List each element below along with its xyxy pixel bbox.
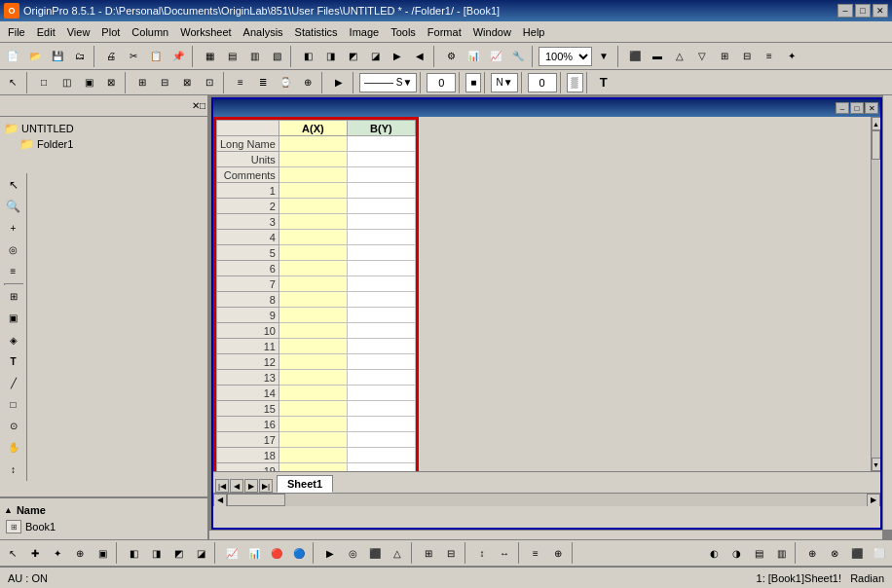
cell-a-3[interactable] [279, 214, 347, 230]
hscroll-track[interactable] [227, 494, 867, 506]
tb-btn-15[interactable]: ⬛ [624, 46, 646, 67]
fmt-b4[interactable]: ⊠ [100, 72, 122, 93]
line-thickness-input[interactable] [427, 73, 456, 92]
fmt-b5[interactable]: ⊞ [131, 72, 153, 93]
tb-btn-9[interactable]: ▶ [387, 46, 408, 67]
bt-r5[interactable]: ⊕ [801, 542, 823, 564]
lv-b4[interactable]: ⊞ [3, 287, 24, 307]
minimize-button[interactable]: – [837, 4, 853, 18]
cell-a-18[interactable] [279, 448, 347, 463]
bt-b13[interactable]: 🔵 [288, 542, 310, 564]
cell-b-11[interactable] [347, 339, 415, 354]
tb-btn-22[interactable]: ✦ [781, 46, 802, 67]
bt-b12[interactable]: 🔴 [266, 542, 287, 564]
menu-analysis[interactable]: Analysis [238, 21, 289, 42]
tb-btn-3[interactable]: ▥ [243, 46, 265, 67]
lv-b1[interactable]: + [3, 218, 24, 238]
bt-b14[interactable]: ▶ [319, 542, 341, 564]
bt-b1[interactable]: ↖ [2, 542, 23, 564]
scroll-up-arrow[interactable]: ▲ [872, 117, 881, 130]
menu-statistics[interactable]: Statistics [289, 21, 344, 42]
cut-button[interactable]: ✂ [123, 46, 144, 67]
tb-btn-4[interactable]: ▧ [266, 46, 287, 67]
cell-b-12[interactable] [347, 354, 415, 370]
bt-b9[interactable]: ◪ [190, 542, 211, 564]
fmt-b12[interactable]: ⊕ [297, 72, 318, 93]
cell-a-1[interactable] [279, 183, 347, 199]
cell-b-19[interactable] [347, 463, 415, 472]
cell-b-8[interactable] [347, 292, 415, 308]
fmt-b9[interactable]: ≡ [230, 72, 251, 93]
lv-b9[interactable]: ⊙ [3, 417, 24, 436]
text-tool-btn[interactable]: T [593, 72, 614, 93]
sheet1-tab[interactable]: Sheet1 [277, 475, 333, 493]
tb-btn-8[interactable]: ◪ [364, 46, 386, 67]
cell-a-10[interactable] [279, 323, 347, 339]
lv-b10[interactable]: ✋ [3, 438, 24, 458]
sheet-scroll-area[interactable]: A(X) B(Y) Long Name [213, 117, 880, 471]
color-selector[interactable]: ■ [465, 73, 481, 92]
lv-pointer[interactable]: ↖ [3, 175, 24, 195]
fmt-b2[interactable]: ◫ [56, 72, 77, 93]
lv-text[interactable]: T [3, 351, 24, 371]
cell-a-13[interactable] [279, 370, 347, 386]
lv-b6[interactable]: ◈ [3, 330, 24, 349]
cell-b-13[interactable] [347, 370, 415, 386]
lv-b2[interactable]: ◎ [3, 239, 24, 259]
lv-b3[interactable]: ≡ [3, 262, 24, 281]
fmt-b6[interactable]: ⊟ [154, 72, 175, 93]
cell-a-8[interactable] [279, 292, 347, 308]
bt-r3[interactable]: ▤ [748, 542, 769, 564]
bt-b11[interactable]: 📊 [243, 542, 265, 564]
left-panel-float[interactable]: □ [200, 100, 205, 111]
fill-selector[interactable]: ▒ [567, 73, 583, 92]
fmt-b13[interactable]: ▶ [328, 72, 350, 93]
mdi-maximize[interactable]: □ [850, 102, 864, 114]
pointer-tool[interactable]: ↖ [2, 72, 23, 93]
sheet-vscrollbar[interactable]: ▲ ▼ [871, 117, 880, 471]
lv-b5[interactable]: ▣ [3, 309, 24, 328]
menu-help[interactable]: Help [517, 21, 551, 42]
cell-b-4[interactable] [347, 230, 415, 245]
cell-b-6[interactable] [347, 261, 415, 276]
bt-r8[interactable]: ⬜ [869, 542, 890, 564]
menu-format[interactable]: Format [422, 21, 467, 42]
scroll-track[interactable] [872, 130, 880, 458]
col-a-header[interactable]: A(X) [279, 121, 347, 136]
cell-a-15[interactable] [279, 401, 347, 417]
tb-btn-16[interactable]: ▬ [647, 46, 668, 67]
fmt-b3[interactable]: ▣ [78, 72, 99, 93]
menu-tools[interactable]: Tools [385, 21, 422, 42]
lv-b7[interactable]: ╱ [3, 373, 24, 392]
menu-column[interactable]: Column [126, 21, 174, 42]
cell-a-4[interactable] [279, 230, 347, 245]
new-button[interactable]: 📄 [2, 46, 23, 67]
scroll-thumb[interactable] [872, 130, 880, 160]
line-style-selector[interactable]: ——— S▼ [359, 73, 417, 92]
menu-view[interactable]: View [61, 21, 96, 42]
bt-b17[interactable]: △ [387, 542, 408, 564]
tb-btn-5[interactable]: ◧ [297, 46, 318, 67]
tb-btn-20[interactable]: ⊟ [736, 46, 758, 67]
tb-btn-7[interactable]: ◩ [342, 46, 363, 67]
bt-b18[interactable]: ⊞ [418, 542, 439, 564]
bt-b2[interactable]: ✚ [24, 542, 46, 564]
bt-b15[interactable]: ◎ [342, 542, 363, 564]
tab-next[interactable]: ▶ [244, 479, 258, 493]
cell-b-10[interactable] [347, 323, 415, 339]
a-units[interactable] [279, 152, 347, 167]
paste-button[interactable]: 📌 [167, 46, 189, 67]
cell-b-2[interactable] [347, 199, 415, 214]
bt-b19[interactable]: ⊟ [440, 542, 462, 564]
cell-a-14[interactable] [279, 386, 347, 401]
tb-btn-14[interactable]: 🔧 [507, 46, 529, 67]
cell-b-9[interactable] [347, 308, 415, 323]
n-value-input[interactable] [528, 73, 557, 92]
b-units[interactable] [347, 152, 415, 167]
bt-b22[interactable]: ≡ [525, 542, 546, 564]
tb-btn-10[interactable]: ◀ [409, 46, 430, 67]
tab-prev[interactable]: ◀ [230, 479, 243, 493]
bt-r1[interactable]: ◐ [703, 542, 725, 564]
cell-b-3[interactable] [347, 214, 415, 230]
menu-image[interactable]: Image [344, 21, 386, 42]
